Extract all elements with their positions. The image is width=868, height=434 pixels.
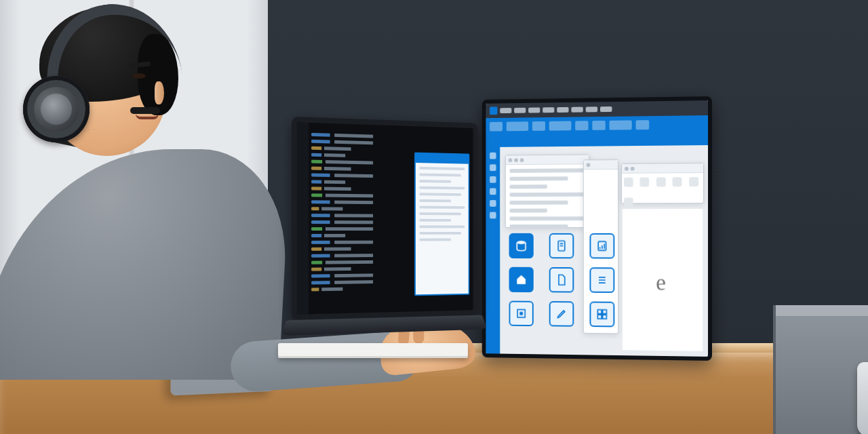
list-icon [589, 267, 614, 293]
app-tile [544, 233, 579, 260]
app-ribbon [486, 115, 708, 147]
svg-point-0 [517, 241, 526, 244]
side-cabinet [773, 305, 868, 434]
monitor-frame: e [482, 96, 712, 361]
app-tile [585, 267, 620, 295]
svg-rect-7 [597, 315, 601, 319]
workspace-illustration: e [0, 0, 868, 434]
laptop-screen [292, 117, 477, 320]
sidebar-item [490, 164, 496, 171]
app-tile [585, 301, 620, 329]
app-tile [544, 267, 579, 295]
sidebar-item [490, 188, 496, 195]
report-icon [589, 233, 614, 259]
editor-side-panel [414, 153, 469, 296]
document-icon [549, 233, 574, 258]
home-icon [509, 267, 534, 292]
tool-icon [673, 177, 682, 186]
tool-icon [656, 177, 666, 186]
svg-rect-5 [597, 310, 601, 314]
tool-icon [640, 178, 650, 187]
code-editor [311, 130, 413, 307]
sidebar-item [490, 212, 496, 219]
floating-window-1 [505, 155, 590, 229]
svg-rect-4 [519, 312, 523, 315]
app-tile [504, 300, 538, 328]
app-tile [504, 267, 538, 294]
sidebar-item [490, 200, 496, 207]
app-sidebar [486, 147, 500, 354]
app-icon-grid [504, 233, 621, 330]
grid-icon [589, 302, 614, 328]
laptop [292, 117, 477, 347]
app-tile [585, 233, 620, 261]
editor-gutter [297, 122, 309, 315]
tool-icon [689, 177, 698, 186]
module-icon [509, 301, 534, 327]
svg-rect-8 [603, 315, 607, 319]
floating-toolbar [621, 163, 704, 203]
external-monitor: e [482, 96, 712, 361]
svg-rect-6 [603, 310, 607, 314]
tool-icon [624, 197, 633, 207]
panel-header [416, 154, 469, 164]
app-tile [504, 233, 538, 260]
sidebar-item [490, 153, 496, 159]
sidebar-item [490, 176, 496, 183]
app-logo-icon [490, 106, 497, 115]
edit-icon [549, 301, 574, 327]
signature-glyph: e [655, 269, 666, 295]
page-icon [549, 267, 574, 293]
app-tile [544, 301, 579, 329]
tool-icon [624, 178, 633, 187]
database-icon [509, 233, 534, 258]
monitor-stand [857, 362, 868, 434]
